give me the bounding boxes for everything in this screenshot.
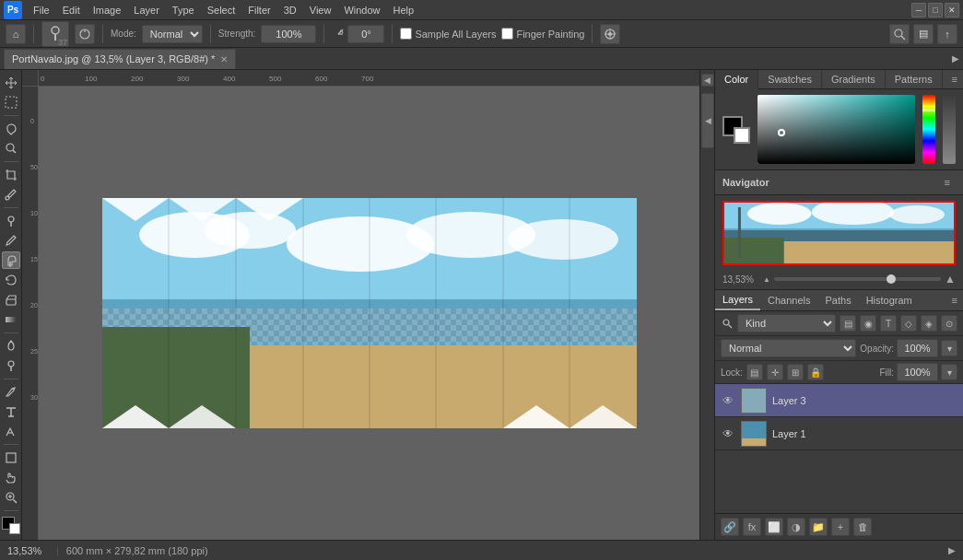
tab-color[interactable]: Color [715, 70, 758, 89]
finger-painting-checkbox[interactable] [501, 28, 513, 40]
lock-position-btn[interactable]: ✛ [767, 364, 783, 380]
tab-patterns[interactable]: Patterns [886, 70, 943, 88]
hue-slider[interactable] [922, 95, 935, 164]
export-btn[interactable]: ↑ [937, 24, 957, 44]
layer-filter-adjustment[interactable]: ◉ [860, 315, 876, 332]
color-spectrum[interactable] [757, 95, 915, 164]
gradient-tool[interactable] [2, 310, 20, 328]
menu-3d[interactable]: 3D [278, 3, 302, 18]
tab-layers[interactable]: Layers [715, 290, 760, 310]
crop-tool[interactable] [2, 166, 20, 183]
tab-channels[interactable]: Channels [760, 291, 817, 309]
tab-paths[interactable]: Paths [818, 291, 859, 309]
add-group-btn[interactable]: 📁 [809, 518, 828, 536]
menu-file[interactable]: File [28, 3, 55, 18]
link-layers-btn[interactable]: 🔗 [721, 518, 739, 536]
menu-edit[interactable]: Edit [57, 3, 86, 18]
eraser-tool[interactable] [2, 291, 20, 309]
lock-pixels-btn[interactable]: ▤ [746, 364, 763, 380]
tool-settings-btn[interactable] [75, 24, 95, 44]
fill-arrow[interactable]: ▾ [941, 364, 957, 380]
layer-row-1[interactable]: 👁 Layer 1 [715, 417, 963, 450]
lasso-tool[interactable] [2, 120, 20, 137]
add-layer-btn[interactable]: + [831, 518, 850, 536]
collapse-top-btn[interactable]: ◀ [701, 74, 714, 87]
layer-row-3[interactable]: 👁 Layer 3 [715, 384, 963, 417]
delete-layer-btn[interactable]: 🗑 [853, 518, 872, 536]
healing-tool[interactable] [2, 212, 20, 229]
saturation-slider[interactable] [943, 95, 956, 164]
blur-tool[interactable] [2, 337, 20, 355]
layers-kind-filter[interactable]: Kind [737, 314, 836, 332]
menu-type[interactable]: Type [167, 3, 200, 18]
layer-filter-type[interactable]: T [880, 315, 897, 332]
menu-image[interactable]: Image [88, 3, 127, 18]
marquee-tool[interactable] [2, 93, 20, 111]
lock-artboard-btn[interactable]: ⊞ [787, 364, 804, 380]
layer-filter-pixel[interactable]: ▤ [840, 315, 856, 332]
angle-input[interactable] [347, 25, 384, 43]
fg-bg-swatch[interactable] [722, 116, 750, 144]
menu-view[interactable]: View [304, 3, 337, 18]
status-arrow-right[interactable]: ▶ [948, 545, 956, 555]
tab-swatches[interactable]: Swatches [758, 70, 822, 88]
navigator-menu[interactable]: ≡ [939, 173, 956, 192]
tab-histogram[interactable]: Histogram [859, 291, 920, 309]
stamp-tool[interactable] [2, 251, 20, 270]
expand-panel-btn[interactable]: ◀ [701, 93, 714, 148]
layers-panel-menu[interactable]: ≡ [946, 291, 963, 309]
hand-tool[interactable] [2, 469, 20, 486]
brush-tool[interactable] [2, 231, 20, 249]
fg-bg-color-swatch[interactable] [2, 517, 20, 534]
minimize-button[interactable]: ─ [911, 3, 926, 18]
add-adjustment-btn[interactable]: ◑ [787, 518, 805, 536]
svg-line-22 [13, 499, 17, 503]
opacity-arrow[interactable]: ▾ [941, 340, 957, 356]
background-swatch[interactable] [734, 127, 750, 144]
background-color[interactable] [9, 523, 20, 534]
layer-filter-smart[interactable]: ◈ [921, 315, 937, 332]
layer-filter-toggle[interactable]: ⊙ [941, 315, 957, 332]
layer-filter-shape[interactable]: ◇ [900, 315, 917, 332]
dodge-tool[interactable] [2, 356, 20, 374]
type-tool[interactable] [2, 402, 20, 420]
home-button[interactable]: ⌂ [6, 24, 26, 44]
fill-input[interactable] [897, 363, 938, 381]
close-button[interactable]: ✕ [945, 3, 959, 18]
layer-1-visibility[interactable]: 👁 [721, 426, 735, 441]
navigator-zoom-slider[interactable] [774, 277, 941, 281]
quick-select-tool[interactable] [2, 139, 20, 157]
eyedropper-tool[interactable] [2, 185, 20, 203]
tab-gradients[interactable]: Gradients [822, 70, 886, 88]
layer-3-visibility[interactable]: 👁 [721, 393, 735, 408]
tab-close-btn[interactable]: ✕ [220, 54, 228, 64]
shape-tool[interactable] [2, 449, 20, 466]
color-panel-menu[interactable]: ≡ [946, 70, 963, 88]
history-tool[interactable] [2, 271, 20, 288]
panel-toggle-btn[interactable]: ▤ [913, 24, 934, 44]
navigator-preview-img[interactable] [722, 201, 956, 265]
sample-all-layers-checkbox[interactable] [400, 28, 412, 40]
move-tool[interactable] [2, 74, 20, 91]
maximize-button[interactable]: □ [928, 3, 943, 18]
zoom-tool[interactable] [2, 488, 20, 506]
menu-layer[interactable]: Layer [128, 3, 165, 18]
add-mask-btn[interactable]: ⬜ [765, 518, 783, 536]
pen-tool[interactable] [2, 383, 20, 401]
path-select-tool[interactable] [2, 423, 20, 440]
tab-scroll-right[interactable]: ▶ [952, 53, 959, 64]
document-tab[interactable]: PortNavalo.jpg @ 13,5% (Layer 3, RGB/8#)… [4, 49, 236, 69]
menu-window[interactable]: Window [338, 3, 385, 18]
search-btn[interactable] [889, 24, 910, 44]
menu-help[interactable]: Help [388, 3, 420, 18]
lock-all-btn[interactable]: 🔒 [807, 364, 824, 380]
blend-mode-select[interactable]: Normal [721, 339, 856, 357]
mode-select[interactable]: Normal [142, 25, 203, 43]
opacity-input[interactable] [897, 339, 938, 357]
menu-select[interactable]: Select [202, 3, 241, 18]
opacity-label: Opacity: [860, 344, 894, 354]
strength-input[interactable] [261, 25, 316, 43]
target-btn[interactable] [600, 24, 620, 44]
menu-filter[interactable]: Filter [242, 3, 276, 18]
layer-effects-btn[interactable]: fx [743, 518, 761, 536]
